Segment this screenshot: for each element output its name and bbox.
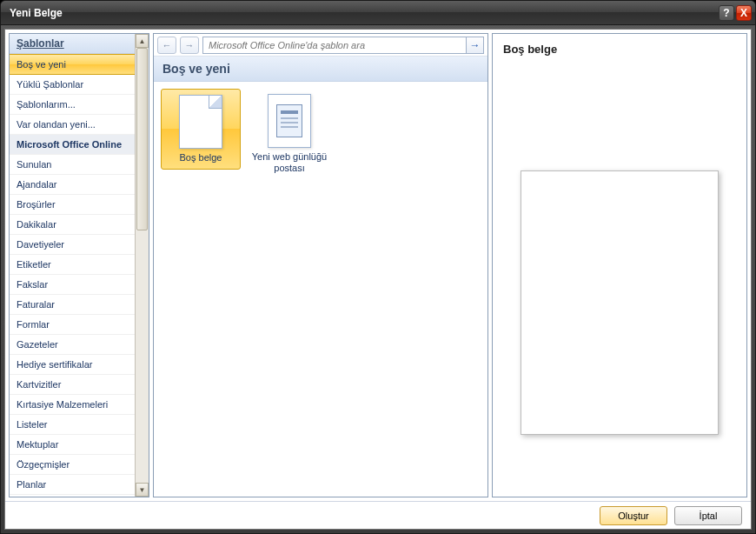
arrow-left-icon: ← bbox=[162, 40, 172, 50]
sidebar-item[interactable]: Özgeçmişler bbox=[10, 455, 135, 475]
sidebar-item[interactable]: Boş ve yeni bbox=[10, 54, 135, 75]
scroll-thumb[interactable] bbox=[136, 48, 148, 230]
sidebar-item[interactable]: Hediye sertifikalar bbox=[10, 355, 135, 375]
template-label: Yeni web günlüğü postası bbox=[251, 151, 328, 174]
middle-panel: ← → → Boş ve yeni Boş belgeYeni web günl… bbox=[153, 33, 488, 497]
preview-page bbox=[521, 170, 719, 435]
toolbar: ← → → bbox=[154, 34, 487, 57]
sidebar-item[interactable]: Sunulan bbox=[10, 155, 135, 175]
sidebar-item[interactable]: Kırtasiye Malzemeleri bbox=[10, 395, 135, 415]
template-item[interactable]: Boş belge bbox=[161, 89, 241, 170]
sidebar-item[interactable]: Etiketler bbox=[10, 255, 135, 275]
preview-title: Boş belge bbox=[503, 43, 736, 56]
sidebar-scrollbar[interactable]: ▲ ▼ bbox=[135, 34, 149, 497]
template-label: Boş belge bbox=[163, 152, 238, 164]
search-go-button[interactable]: → bbox=[466, 37, 483, 53]
help-icon: ? bbox=[723, 7, 729, 19]
arrow-right-icon: → bbox=[185, 40, 195, 50]
sidebar: Şablonlar Boş ve yeniYüklü ŞablonlarŞabl… bbox=[9, 33, 149, 497]
blog-page-icon bbox=[276, 104, 302, 137]
arrow-right-icon: → bbox=[470, 39, 481, 51]
titlebar: Yeni Belge ? X bbox=[1, 1, 755, 25]
blog-post-icon bbox=[268, 94, 311, 148]
create-button[interactable]: Oluştur bbox=[600, 506, 667, 525]
sidebar-item[interactable]: Ajandalar bbox=[10, 175, 135, 195]
templates-grid: Boş belgeYeni web günlüğü postası bbox=[154, 82, 487, 497]
close-button[interactable]: X bbox=[736, 5, 752, 21]
window-title: Yeni Belge bbox=[10, 7, 717, 19]
scroll-track[interactable] bbox=[136, 48, 149, 483]
sidebar-item[interactable]: Kartvizitler bbox=[10, 375, 135, 395]
sidebar-item[interactable]: Broşürler bbox=[10, 195, 135, 215]
sidebar-item[interactable]: Var olandan yeni... bbox=[10, 115, 135, 135]
button-bar: Oluştur İptal bbox=[5, 501, 751, 529]
preview-area bbox=[503, 64, 736, 488]
sidebar-item[interactable]: Microsoft Office Online bbox=[10, 135, 135, 155]
sidebar-item[interactable]: Yüklü Şablonlar bbox=[10, 75, 135, 95]
close-icon: X bbox=[740, 7, 747, 19]
template-item[interactable]: Yeni web günlüğü postası bbox=[249, 89, 329, 179]
chevron-up-icon: ▲ bbox=[139, 37, 146, 45]
scroll-down-button[interactable]: ▼ bbox=[136, 483, 149, 497]
scroll-up-button[interactable]: ▲ bbox=[136, 34, 149, 48]
cancel-button[interactable]: İptal bbox=[674, 506, 742, 525]
main-area: Şablonlar Boş ve yeniYüklü ŞablonlarŞabl… bbox=[5, 30, 751, 501]
blank-document-icon bbox=[179, 95, 222, 149]
sidebar-item[interactable]: Şablonlarım... bbox=[10, 95, 135, 115]
sidebar-item[interactable]: Mektuplar bbox=[10, 435, 135, 455]
sidebar-item[interactable]: Gazeteler bbox=[10, 335, 135, 355]
sidebar-item[interactable]: Listeler bbox=[10, 415, 135, 435]
sidebar-item[interactable]: Faturalar bbox=[10, 295, 135, 315]
back-button[interactable]: ← bbox=[157, 37, 176, 54]
sidebar-item[interactable]: Dakikalar bbox=[10, 215, 135, 235]
sidebar-item[interactable]: Planlar bbox=[10, 475, 135, 495]
sidebar-item[interactable]: Fakslar bbox=[10, 275, 135, 295]
forward-button[interactable]: → bbox=[180, 37, 199, 54]
preview-panel: Boş belge bbox=[492, 33, 747, 497]
section-title: Boş ve yeni bbox=[154, 57, 487, 82]
dialog-window: Yeni Belge ? X Şablonlar Boş ve yeniYükl… bbox=[0, 0, 756, 534]
search-input[interactable] bbox=[203, 37, 466, 53]
sidebar-item[interactable]: Formlar bbox=[10, 315, 135, 335]
search-box: → bbox=[202, 37, 484, 54]
content-frame: Şablonlar Boş ve yeniYüklü ŞablonlarŞabl… bbox=[4, 29, 752, 530]
sidebar-item[interactable]: Davetiyeler bbox=[10, 235, 135, 255]
chevron-down-icon: ▼ bbox=[139, 486, 146, 494]
sidebar-header: Şablonlar bbox=[10, 34, 135, 54]
sidebar-list: Şablonlar Boş ve yeniYüklü ŞablonlarŞabl… bbox=[10, 34, 135, 497]
help-button[interactable]: ? bbox=[719, 5, 734, 21]
